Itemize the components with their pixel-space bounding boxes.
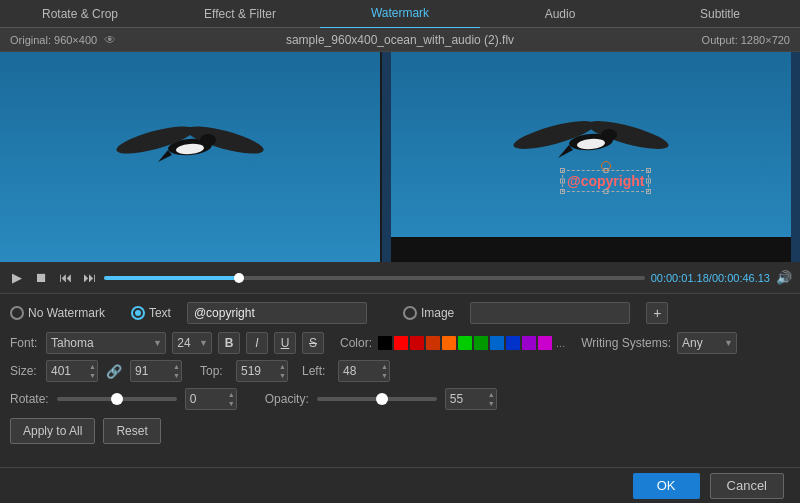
apply-to-all-button[interactable]: Apply to All — [10, 418, 95, 444]
font-size-select-wrap: 24 12 18 36 ▼ — [172, 332, 212, 354]
tab-watermark[interactable]: Watermark — [320, 0, 480, 29]
top-up[interactable]: ▲ — [279, 362, 286, 371]
swatch-green1[interactable] — [458, 336, 472, 350]
opacity-value-wrap: ▲ ▼ — [445, 388, 497, 410]
color-label: Color: — [340, 336, 372, 350]
image-radio[interactable]: Image — [403, 306, 454, 320]
writing-systems-select[interactable]: Any Latin CJK — [677, 332, 737, 354]
swatch-orange2[interactable] — [442, 336, 456, 350]
eye-icon[interactable]: 👁 — [104, 28, 116, 52]
rotate-down[interactable]: ▼ — [228, 399, 235, 408]
resize-handle-br[interactable] — [646, 189, 651, 194]
italic-button[interactable]: I — [246, 332, 268, 354]
watermark-preview-text: @copyright — [567, 173, 644, 189]
top-label: Top: — [200, 364, 230, 378]
top-down[interactable]: ▼ — [279, 371, 286, 380]
width-up[interactable]: ▲ — [89, 362, 96, 371]
ok-button[interactable]: OK — [633, 473, 700, 499]
resize-handle-tc[interactable] — [603, 168, 608, 173]
next-frame-button[interactable]: ⏭ — [80, 269, 98, 287]
playback-controls: ▶ ⏹ ⏮ ⏭ 00:00:01.18/00:00:46.13 🔊 — [0, 262, 800, 294]
rotate-up[interactable]: ▲ — [228, 390, 235, 399]
height-input-wrap: ▲ ▼ — [130, 360, 182, 382]
rotate-opacity-row: Rotate: ▲ ▼ Opacity: ▲ ▼ — [10, 388, 790, 410]
volume-icon[interactable]: 🔊 — [776, 270, 792, 285]
resize-handle-rc[interactable] — [646, 179, 651, 184]
resize-handle-tl[interactable] — [560, 168, 565, 173]
resize-handle-bc[interactable] — [603, 189, 608, 194]
swatch-black[interactable] — [378, 336, 392, 350]
no-watermark-radio-circle[interactable] — [10, 306, 24, 320]
opacity-down[interactable]: ▼ — [488, 399, 495, 408]
swatch-red2[interactable] — [410, 336, 424, 350]
action-buttons-row: Apply to All Reset — [10, 418, 790, 444]
tab-bar: Rotate & Crop Effect & Filter Watermark … — [0, 0, 800, 28]
left-down[interactable]: ▼ — [381, 371, 388, 380]
filename: sample_960x400_ocean_with_audio (2).flv — [286, 33, 514, 47]
font-label: Font: — [10, 336, 40, 350]
swatch-red1[interactable] — [394, 336, 408, 350]
svg-rect-1 — [0, 52, 380, 262]
prev-frame-button[interactable]: ⏮ — [56, 269, 74, 287]
rotate-value-wrap: ▲ ▼ — [185, 388, 237, 410]
swatch-purple2[interactable] — [538, 336, 552, 350]
stop-button[interactable]: ⏹ — [32, 269, 50, 287]
tab-effect-filter[interactable]: Effect & Filter — [160, 0, 320, 28]
svg-point-6 — [200, 134, 216, 146]
image-radio-circle[interactable] — [403, 306, 417, 320]
output-label: Output: 1280×720 — [702, 28, 790, 52]
watermark-overlay[interactable]: @copyright — [562, 170, 649, 192]
font-row: Font: Tahoma Arial Times New Roman ▼ 24 … — [10, 332, 790, 354]
height-down[interactable]: ▼ — [173, 371, 180, 380]
font-family-select[interactable]: Tahoma Arial Times New Roman — [46, 332, 166, 354]
no-watermark-radio[interactable]: No Watermark — [10, 306, 105, 320]
tab-subtitle[interactable]: Subtitle — [640, 0, 800, 28]
swatch-blue1[interactable] — [490, 336, 504, 350]
underline-button[interactable]: U — [274, 332, 296, 354]
strikethrough-button[interactable]: S — [302, 332, 324, 354]
size-row: Size: ▲ ▼ 🔗 ▲ ▼ Top: ▲ ▼ Left: — [10, 360, 790, 382]
left-up[interactable]: ▲ — [381, 362, 388, 371]
bold-button[interactable]: B — [218, 332, 240, 354]
swatch-orange1[interactable] — [426, 336, 440, 350]
tab-audio[interactable]: Audio — [480, 0, 640, 28]
play-button[interactable]: ▶ — [8, 269, 26, 287]
width-down[interactable]: ▼ — [89, 371, 96, 380]
reset-button[interactable]: Reset — [103, 418, 160, 444]
font-size-select[interactable]: 24 12 18 36 — [172, 332, 212, 354]
rotate-label: Rotate: — [10, 392, 49, 406]
preview-left — [0, 52, 380, 262]
resize-handle-bl[interactable] — [560, 189, 565, 194]
link-dimensions-icon[interactable]: 🔗 — [106, 364, 122, 379]
image-path-input[interactable] — [470, 302, 630, 324]
swatch-purple1[interactable] — [522, 336, 536, 350]
top-input-wrap: ▲ ▼ — [236, 360, 288, 382]
text-radio-circle[interactable] — [131, 306, 145, 320]
rotate-slider[interactable] — [57, 397, 177, 401]
height-up[interactable]: ▲ — [173, 362, 180, 371]
progress-bar[interactable] — [104, 276, 645, 280]
filename-bar: Original: 960×400 👁 sample_960x400_ocean… — [0, 28, 800, 52]
opacity-slider-wrap — [317, 397, 437, 401]
image-radio-label: Image — [421, 306, 454, 320]
svg-rect-15 — [391, 237, 791, 262]
text-radio[interactable]: Text — [131, 306, 171, 320]
resize-handle-lc[interactable] — [560, 179, 565, 184]
tab-rotate-crop[interactable]: Rotate & Crop — [0, 0, 160, 28]
resize-handle-tr[interactable] — [646, 168, 651, 173]
add-image-button[interactable]: + — [646, 302, 668, 324]
svg-point-13 — [601, 129, 617, 141]
swatch-green2[interactable] — [474, 336, 488, 350]
progress-fill — [104, 276, 239, 280]
left-input-wrap: ▲ ▼ — [338, 360, 390, 382]
cancel-button[interactable]: Cancel — [710, 473, 784, 499]
preview-right: @copyright — [382, 52, 800, 262]
writing-select-wrap: Any Latin CJK ▼ — [677, 332, 737, 354]
opacity-up[interactable]: ▲ — [488, 390, 495, 399]
writing-systems-label: Writing Systems: — [581, 336, 671, 350]
more-colors-button[interactable]: ... — [556, 337, 565, 349]
watermark-text-input[interactable] — [187, 302, 367, 324]
swatch-blue2[interactable] — [506, 336, 520, 350]
time-display: 00:00:01.18/00:00:46.13 — [651, 272, 770, 284]
opacity-slider[interactable] — [317, 397, 437, 401]
